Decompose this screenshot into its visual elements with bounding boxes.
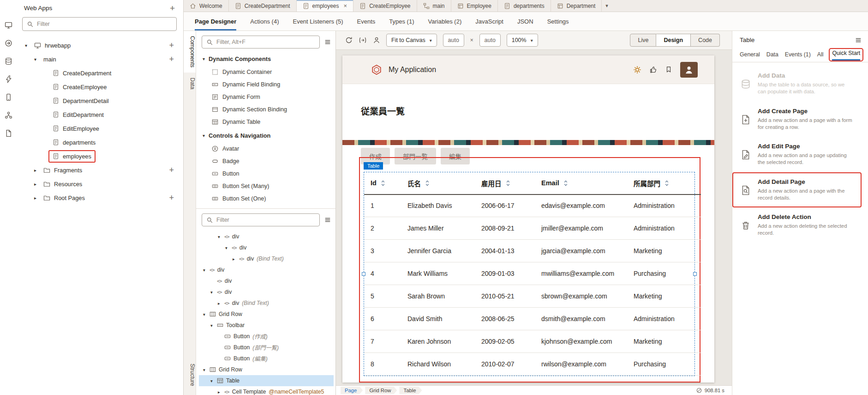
add-icon[interactable]: + bbox=[169, 193, 177, 203]
section-header-controls-navigation[interactable]: ▾Controls & Navigation bbox=[202, 128, 333, 142]
tree-item-editdepartment[interactable]: EditDepartment bbox=[22, 108, 177, 122]
components-menu-icon[interactable] bbox=[324, 39, 331, 45]
resize-handle-right[interactable] bbox=[693, 272, 697, 276]
table-row[interactable]: 5Sarah Brown2010-05-21sbrown@example.com… bbox=[364, 285, 701, 308]
chevron-down-icon[interactable]: ▾ bbox=[202, 267, 207, 273]
table-selection[interactable]: Id氏名雇用日Email所属部門 1Elizabeth Davis2006-06… bbox=[364, 172, 695, 377]
designer-tab-event-listeners-5[interactable]: Event Listeners (5) bbox=[293, 12, 343, 30]
tree-item-createemployee[interactable]: CreateEmployee bbox=[22, 80, 177, 94]
rail-monitor-icon[interactable] bbox=[5, 21, 12, 29]
sort-icon[interactable] bbox=[563, 180, 568, 187]
breadcrumb-page[interactable]: Page bbox=[341, 387, 363, 394]
table-row[interactable]: 6David Smith2008-06-25dsmith@example.com… bbox=[364, 308, 701, 330]
canvas-width-input[interactable] bbox=[443, 34, 464, 47]
chevron-down-icon[interactable]: ▾ bbox=[32, 57, 38, 62]
components-filter[interactable] bbox=[202, 36, 320, 49]
sort-icon[interactable] bbox=[425, 180, 430, 187]
editor-tab-departments[interactable]: departments bbox=[498, 0, 551, 12]
table-row[interactable]: 8Richard Wilson2010-02-07rwilson@example… bbox=[364, 353, 701, 376]
tree-item-editemployee[interactable]: EditEmployee bbox=[22, 122, 177, 135]
editor-tab-employee[interactable]: Employee bbox=[451, 0, 498, 12]
rail-share-icon[interactable] bbox=[5, 39, 12, 47]
column-header-雇用日[interactable]: 雇用日 bbox=[475, 172, 535, 194]
chevron-down-icon[interactable]: ▾ bbox=[209, 323, 214, 328]
refresh-icon[interactable] bbox=[345, 36, 353, 44]
preview-user-icon[interactable] bbox=[373, 36, 380, 44]
structure-node-div[interactable]: ▸<>div(Bind Text) bbox=[199, 253, 334, 264]
chevron-right-icon[interactable]: ▸ bbox=[32, 182, 38, 187]
editor-tab-department[interactable]: Department bbox=[551, 0, 602, 12]
add-icon[interactable]: + bbox=[169, 55, 177, 64]
design-canvas-page[interactable]: My Application 従業員一覧 bbox=[342, 55, 714, 383]
table-row[interactable]: 3Jennifer Garcia2004-01-13jgarcia@exampl… bbox=[364, 240, 701, 262]
chevron-right-icon[interactable]: ▸ bbox=[216, 389, 221, 395]
structure-node-div[interactable]: ▸<>div(Bind Text) bbox=[199, 298, 334, 309]
zoom-select[interactable]: 100% ▾ bbox=[507, 34, 538, 47]
rail-mobile-icon[interactable] bbox=[5, 93, 12, 101]
web-apps-filter[interactable] bbox=[22, 17, 177, 31]
tree-item-createdepartment[interactable]: CreateDepartment bbox=[22, 66, 177, 80]
editor-tab-employees[interactable]: employees× bbox=[297, 0, 354, 12]
structure-node-button[interactable]: Button(部門一覧) bbox=[199, 342, 334, 353]
component-dynamic-table[interactable]: Dynamic Table bbox=[202, 115, 333, 128]
chevron-right-icon[interactable]: ▸ bbox=[231, 256, 236, 261]
add-icon[interactable]: + bbox=[169, 165, 177, 175]
designer-tab-types-1[interactable]: Types (1) bbox=[389, 12, 414, 30]
component-dynamic-field-binding[interactable]: Dynamic Field Binding bbox=[202, 78, 333, 91]
component-button-set-one[interactable]: Button Set (One) bbox=[202, 192, 333, 205]
quickstart-add-create-page[interactable]: Add Create PageAdd a new action and a pa… bbox=[732, 102, 868, 137]
component-dynamic-section-binding[interactable]: Dynamic Section Binding bbox=[202, 103, 333, 115]
designer-tab-javascript[interactable]: JavaScript bbox=[475, 12, 503, 30]
chevron-down-icon[interactable]: ▾ bbox=[216, 234, 221, 239]
structure-node-div[interactable]: <>div bbox=[199, 275, 334, 286]
canvas-height-input[interactable] bbox=[479, 34, 501, 47]
table-row[interactable]: 2James Miller2008-09-21jmiller@example.c… bbox=[364, 217, 701, 240]
properties-tab-general[interactable]: General bbox=[740, 51, 760, 62]
chevron-right-icon[interactable]: ▸ bbox=[32, 195, 38, 201]
thumbs-up-icon[interactable] bbox=[650, 66, 657, 73]
table-row[interactable]: 1Elizabeth Davis2006-06-17edavis@example… bbox=[364, 194, 701, 217]
structure-node-grid-row[interactable]: ▾Grid Row bbox=[199, 364, 334, 375]
rail-bolt-icon[interactable] bbox=[5, 75, 12, 83]
editor-tab-createemployee[interactable]: CreateEmployee bbox=[353, 0, 417, 12]
fit-to-canvas-select[interactable]: Fit to Canvas ▾ bbox=[386, 34, 437, 47]
structure-node-grid-row[interactable]: ▾Grid Row bbox=[199, 309, 334, 320]
mode-code-button[interactable]: Code bbox=[691, 34, 720, 47]
vertical-tab-data[interactable]: Data bbox=[184, 73, 196, 94]
structure-filter-input[interactable] bbox=[216, 217, 315, 223]
employees-table[interactable]: Id氏名雇用日Email所属部門 1Elizabeth Davis2006-06… bbox=[364, 172, 701, 376]
tree-item-hrwebapp[interactable]: ▾hrwebapp+ bbox=[22, 38, 177, 52]
structure-node-div[interactable]: ▾<>div bbox=[199, 242, 334, 253]
designer-tab-actions-4[interactable]: Actions (4) bbox=[250, 12, 279, 30]
close-icon[interactable]: × bbox=[344, 2, 347, 9]
tree-item-resources[interactable]: ▸Resources bbox=[22, 177, 177, 191]
designer-tab-events[interactable]: Events bbox=[357, 12, 376, 30]
properties-tab-all[interactable]: All bbox=[817, 51, 824, 62]
designer-tab-settings[interactable]: Settings bbox=[547, 12, 569, 30]
structure-node-cell-template[interactable]: ▸<>Cell Template@nameCellTemplate5 bbox=[199, 386, 334, 395]
mode-live-button[interactable]: Live bbox=[630, 34, 656, 47]
structure-menu-icon[interactable] bbox=[324, 217, 331, 223]
rail-database-icon[interactable] bbox=[5, 57, 12, 65]
column-header-所属部門[interactable]: 所属部門 bbox=[627, 172, 701, 194]
tab-overflow-icon[interactable]: ▾ bbox=[605, 3, 608, 9]
structure-node-div[interactable]: ▾<>div bbox=[199, 286, 334, 298]
chevron-right-icon[interactable]: ▸ bbox=[216, 301, 221, 306]
sort-icon[interactable] bbox=[381, 180, 385, 187]
sort-icon[interactable] bbox=[506, 180, 510, 187]
add-web-app-button[interactable]: + bbox=[170, 5, 175, 12]
resize-handle-left[interactable] bbox=[362, 272, 365, 276]
chevron-down-icon[interactable]: ▾ bbox=[209, 378, 214, 383]
component-button-set-many[interactable]: Button Set (Many) bbox=[202, 180, 333, 192]
tree-item-departments[interactable]: departments bbox=[22, 135, 177, 149]
rail-org-icon[interactable] bbox=[5, 111, 12, 119]
editor-tab-main[interactable]: main bbox=[417, 0, 451, 12]
bookmark-icon[interactable] bbox=[665, 66, 672, 73]
properties-tab-quick-start[interactable]: Quick Start bbox=[832, 50, 860, 61]
table-row[interactable]: 4Mark Williams2009-01-03mwilliams@exampl… bbox=[364, 262, 701, 285]
web-apps-filter-input[interactable] bbox=[37, 21, 172, 27]
editor-tab-welcome[interactable]: Welcome bbox=[184, 0, 229, 12]
structure-node-div[interactable]: ▾<>div bbox=[199, 231, 334, 242]
component-dynamic-container[interactable]: Dynamic Container bbox=[202, 66, 333, 78]
table-row[interactable]: 7Karen Johnson2009-02-05kjohnson@example… bbox=[364, 330, 701, 353]
